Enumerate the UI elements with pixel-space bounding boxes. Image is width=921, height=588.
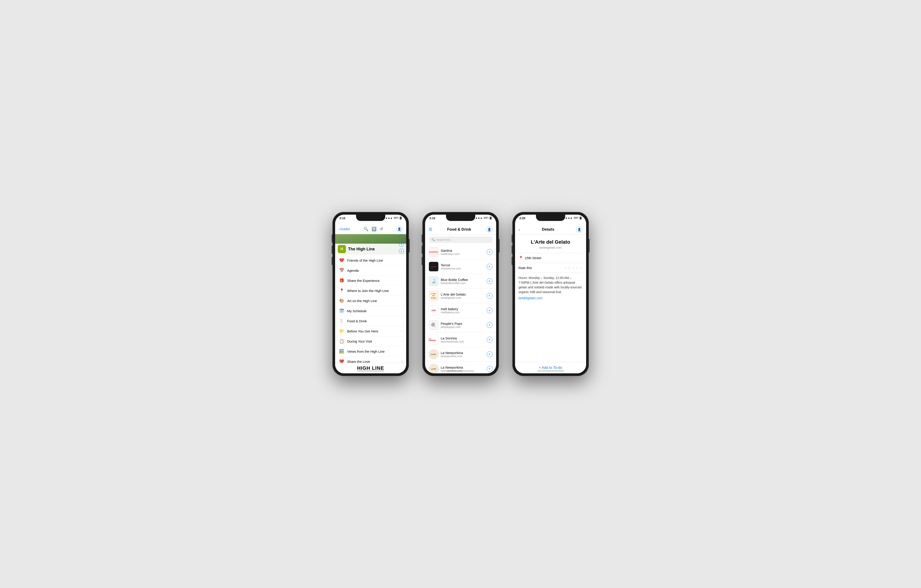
back-button-1[interactable]: ‹ Guides — [339, 227, 350, 231]
add-button-1[interactable]: + — [487, 264, 493, 270]
food-info-4: melt bakery meltbakery.com — [441, 307, 485, 314]
detail-title: Details — [542, 227, 555, 232]
menu-item-5[interactable]: 🗓️ My Schedule — [335, 306, 406, 316]
avatar[interactable]: 👤 — [396, 226, 403, 232]
menu-item-0[interactable]: ❤️ Friends of the High Line — [335, 255, 406, 265]
food-name-0: Santina — [441, 249, 485, 252]
food-url-1: wineisterroir.com — [441, 267, 485, 270]
plus-btn-1[interactable]: + — [399, 235, 404, 240]
menu-item-10[interactable]: ❤️ Share the Love › — [335, 356, 406, 363]
food-item-2[interactable]: 🍶 Blue Bottle Coffee bluebottlecoffee.co… — [425, 274, 496, 289]
share-icon[interactable]: ⬆️ — [371, 227, 376, 232]
menu-icon-9: 🖼️ — [339, 349, 345, 354]
menu-item-9[interactable]: 🖼️ Views from the High Line — [335, 346, 406, 356]
food-info-3: L'Arte del Gelato lartdelgelato.com — [441, 292, 485, 299]
food-item-3[interactable]: L'ArtedelGelato L'Arte del Gelato lartde… — [425, 289, 496, 303]
detail-link[interactable]: lartdelgelato.com — [519, 296, 583, 300]
food-url-7: lanewyorkina.com — [441, 355, 485, 358]
location-pin-icon: 📍 — [519, 256, 523, 260]
home-indicator-3[interactable] — [537, 370, 564, 372]
menu-item-1[interactable]: 📅 Agenda — [335, 265, 406, 276]
battery-icon-3: ▓ — [579, 216, 581, 219]
food-item-4[interactable]: melt melt bakery meltbakery.com + — [425, 303, 496, 318]
food-item-5[interactable]: 🍭 People's Pops peoplepops.com + — [425, 318, 496, 333]
food-item-1[interactable]: terroir Terroir wineisterroir.com + — [425, 259, 496, 274]
business-website[interactable]: lartdelgelato.com — [519, 246, 583, 249]
food-info-1: Terroir wineisterroir.com — [441, 263, 485, 270]
plus-btn-2[interactable]: + — [399, 242, 404, 247]
phone-1: 2:12 ▲▲▲ WiFi ▓ ‹ Guides 🔍 ⬆️ ↺ — [332, 212, 409, 376]
menu-item-2[interactable]: 🎁 Share the Experience — [335, 276, 406, 286]
menu-item-8[interactable]: 📋 During Your Visit › — [335, 336, 406, 346]
add-button-0[interactable]: + — [487, 249, 493, 255]
add-button-8[interactable]: + — [487, 366, 493, 372]
home-indicator-1[interactable] — [357, 370, 384, 372]
search-icon-2: 🔍 — [431, 238, 435, 241]
search-bar[interactable]: 🔍 Search list... — [429, 236, 493, 243]
stars[interactable]: ☆ ☆ ☆ ☆ ☆ — [564, 266, 583, 270]
menu-item-4[interactable]: 🎨 Art on the High Line — [335, 296, 406, 306]
menu-item-7[interactable]: 📁 Before You Get Here › — [335, 326, 406, 336]
menu-label-6: Food & Drink — [347, 319, 403, 323]
food-name-4: melt bakery — [441, 307, 485, 311]
star-4[interactable]: ☆ — [576, 266, 579, 270]
guide-footer: HIGH LINE — [335, 363, 406, 374]
add-todo-button[interactable]: + Add to To-do — [519, 366, 583, 370]
menu-label-1: Agenda — [347, 269, 403, 273]
detail-description: Hours: Monday – Sunday, 11:00 AM – 7:00P… — [519, 276, 583, 294]
menu-icon-8: 📋 — [339, 339, 345, 344]
plus-btn-3[interactable]: + — [399, 249, 404, 253]
food-info-0: Santina santinanyc.com — [441, 249, 485, 255]
food-url-5: peoplepops.com — [441, 325, 485, 329]
menu-label-7: Before You Get Here — [347, 329, 399, 333]
back-button-3[interactable]: ‹ — [519, 227, 520, 232]
star-2[interactable]: ☆ — [568, 266, 571, 270]
status-bar-1: 2:12 ▲▲▲ WiFi ▓ — [335, 214, 406, 224]
food-item-8[interactable]: La NY La Newyorkina lanewyorkina.com + — [425, 362, 496, 374]
add-button-2[interactable]: + — [487, 278, 493, 284]
add-button-5[interactable]: + — [487, 322, 493, 328]
status-bar-2: 2:12 ▲▲▲ WiFi ▓ — [425, 214, 496, 224]
status-icons-1: ▲▲▲ WiFi ▓ — [385, 216, 402, 219]
food-url-2: bluebottlecoffee.com — [441, 282, 485, 285]
toolbar-icons: 🔍 ⬆️ ↺ — [363, 227, 383, 232]
menu-label-9: Views from the High Line — [347, 349, 403, 353]
avatar-2[interactable]: 👤 — [486, 226, 493, 232]
hamburger-icon[interactable]: ☰ — [429, 227, 432, 232]
battery-icon: ▓ — [400, 216, 402, 219]
add-button-7[interactable]: + — [487, 351, 493, 357]
status-bar-3: 2:20 ▲▲▲ WiFi ▓ — [515, 214, 586, 224]
add-button-3[interactable]: + — [487, 293, 493, 299]
star-1[interactable]: ☆ — [564, 266, 567, 270]
phones-container: 2:12 ▲▲▲ WiFi ▓ ‹ Guides 🔍 ⬆️ ↺ — [332, 212, 589, 376]
menu-label-4: Art on the High Line — [347, 299, 403, 303]
food-name-1: Terroir — [441, 263, 485, 267]
search-icon[interactable]: 🔍 — [363, 227, 368, 232]
menu-icon-4: 🎨 — [339, 298, 345, 303]
add-button-6[interactable]: + — [487, 337, 493, 343]
food-info-7: La Newyorkina lanewyorkina.com — [441, 351, 485, 358]
food-url-3: lartdelgelato.com — [441, 296, 485, 299]
food-item-7[interactable]: La NY La Newyorkina lanewyorkina.com + — [425, 347, 496, 362]
menu-label-0: Friends of the High Line — [347, 258, 403, 262]
menu-icon-10: ❤️ — [339, 359, 345, 363]
guide-nav-header: ‹ Guides 🔍 ⬆️ ↺ 👤 — [335, 224, 406, 234]
star-5[interactable]: ☆ — [579, 266, 583, 270]
menu-item-6[interactable]: 🍴 Food & Drink — [335, 316, 406, 326]
food-url-4: meltbakery.com — [441, 311, 485, 314]
food-name-7: La Newyorkina — [441, 351, 485, 355]
time-2: 2:12 — [430, 216, 435, 220]
star-3[interactable]: ☆ — [572, 266, 575, 270]
food-item-6[interactable]: LA SONRISA La Sonrisa lasonrisafoods.com… — [425, 333, 496, 347]
refresh-icon[interactable]: ↺ — [380, 227, 383, 232]
home-indicator-2[interactable] — [447, 370, 474, 372]
food-item-0[interactable]: SANTINA Santina santinanyc.com + — [425, 245, 496, 259]
avatar-3[interactable]: 👤 — [576, 226, 582, 232]
detail-body: L'Arte del Gelato lartdelgelato.com 📍 15… — [515, 235, 586, 362]
chevron-icon-7: › — [402, 329, 403, 333]
add-button-4[interactable]: + — [487, 307, 493, 313]
battery-icon-2: ▓ — [490, 216, 491, 219]
guide-hero: H The High Line + + + — [335, 234, 406, 255]
menu-item-3[interactable]: 📍 Where to Join the High Line — [335, 286, 406, 296]
business-name: L'Arte del Gelato — [519, 239, 583, 245]
